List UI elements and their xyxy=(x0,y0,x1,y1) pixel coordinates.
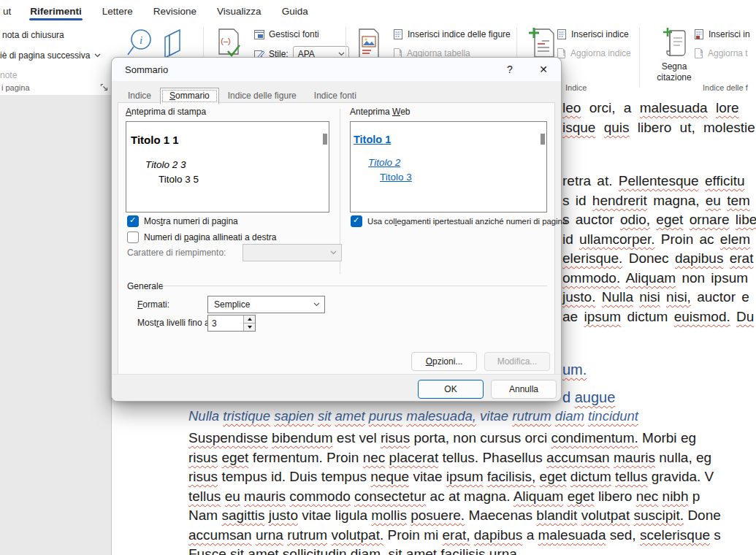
show-notes-button: note xyxy=(0,68,17,83)
text-line: s id hendrerit magna, eu tem xyxy=(562,191,756,211)
formats-label: Formati: xyxy=(137,299,169,310)
tab-indice-fonti[interactable]: Indice fonti xyxy=(305,88,365,104)
dialog-tabs: Indice Sommario Indice delle figure Indi… xyxy=(119,88,365,104)
update-authorities-icon: ! xyxy=(694,48,703,58)
insert-index-button[interactable]: Inserisci indice xyxy=(557,27,629,42)
svg-text:!: ! xyxy=(399,49,401,57)
dialog-footer: OK Annulla xyxy=(112,374,561,401)
print-preview-label: Anteprima di stampa xyxy=(126,107,206,117)
mark-citation-icon xyxy=(661,26,687,58)
document-right-column: leo orci, a malesuada loreisque quis lib… xyxy=(562,99,756,409)
spin-down-button[interactable] xyxy=(244,323,255,331)
table-of-authorities-icon xyxy=(694,29,704,39)
modify-button: Modifica... xyxy=(484,352,550,371)
print-preview-item-3: Titolo 3 5 xyxy=(159,174,329,185)
index-group-label: Indice xyxy=(565,83,587,92)
footnotes-group-label: i pagina xyxy=(1,83,30,92)
text-block: Nulla tristique sapien sit amet purus ma… xyxy=(188,406,756,426)
text-block: leo orci, a malesuada loreisque quis lib… xyxy=(562,99,756,137)
sommario-dialog: Sommario ? ✕ Indice Sommario Indice dell… xyxy=(111,57,562,402)
tab-guida[interactable]: Guida xyxy=(272,0,318,22)
use-hyperlinks-checkbox[interactable]: Usa collegamenti ipertestuali anziché nu… xyxy=(351,215,567,227)
text-line: risus eget fermentum. Proin nec placerat… xyxy=(188,448,756,468)
insert-citation-icon: (–) xyxy=(216,28,241,60)
insert-table-of-figures-button[interactable]: Inserisci indice delle figure xyxy=(393,27,511,42)
text-line: tellus eu mauris commodo consectetur ac … xyxy=(188,487,756,507)
text-line: accumsan urna rutrum volutpat. Proin mi … xyxy=(188,526,756,546)
text-line: id ullamcorper. Proin ac elem xyxy=(562,230,756,250)
text-line: ae ipsum dictum euismod. Du xyxy=(562,307,756,327)
dialog-launcher-icon[interactable] xyxy=(100,83,109,92)
scrollbar-thumb[interactable] xyxy=(541,134,545,145)
document-bottom-column: Nulla tristique sapien sit amet purus ma… xyxy=(188,406,756,555)
search-icon: i xyxy=(124,26,155,60)
next-footnote-button[interactable]: iè di pagina successiva xyxy=(0,48,101,63)
checkbox-unchecked-icon xyxy=(127,231,139,243)
scrollbar-thumb[interactable] xyxy=(323,134,327,145)
mark-citation-button[interactable]: Segna citazione xyxy=(651,26,698,83)
web-preview-label: Anteprima Web xyxy=(350,107,411,117)
web-preview-box[interactable]: Titolo 1 Titolo 2 Titolo 3 xyxy=(350,121,547,213)
authorities-group-label: Indice delle f xyxy=(703,83,748,92)
tab-revisione[interactable]: Revisione xyxy=(143,0,207,22)
dialog-titlebar[interactable]: Sommario xyxy=(112,58,561,81)
show-page-numbers-checkbox[interactable]: Mostra numeri di pagina xyxy=(127,215,238,227)
tab-layout[interactable]: ut xyxy=(0,0,20,22)
triangle-up-icon xyxy=(248,318,252,321)
table-of-figures-icon xyxy=(393,29,403,39)
svg-text:!: ! xyxy=(700,49,702,57)
print-preview-box[interactable]: Titolo 1 1 Titolo 2 3 Titolo 3 5 xyxy=(126,121,329,213)
ribbon-tab-bar: ut Riferimenti Lettere Revisione Visuali… xyxy=(0,0,756,22)
manage-sources-icon xyxy=(254,30,264,39)
update-index-button: ! Aggiorna indice xyxy=(557,46,631,61)
manage-sources-button[interactable]: Gestisci fonti xyxy=(254,27,319,42)
insert-index-icon xyxy=(527,26,557,60)
formats-dropdown[interactable]: Semplice xyxy=(207,296,325,313)
general-group-label: Generale xyxy=(127,281,163,291)
help-button[interactable]: ? xyxy=(499,60,521,79)
insert-caption-icon xyxy=(357,28,381,60)
text-line: Nulla tristique sapien sit amet purus ma… xyxy=(188,406,756,426)
text-line: Nam sagittis justo vitae ligula mollis p… xyxy=(188,506,756,526)
ok-button[interactable]: OK xyxy=(418,380,484,399)
svg-text:i: i xyxy=(140,34,142,46)
chevron-down-icon xyxy=(94,53,101,58)
tab-lettere[interactable]: Lettere xyxy=(92,0,143,22)
tab-sommario[interactable]: Sommario xyxy=(160,88,219,104)
web-preview-item-1: Titolo 1 xyxy=(354,134,546,145)
text-line: Fusce sit amet sollicitudin diam, sit am… xyxy=(188,545,756,555)
spin-up-button[interactable] xyxy=(244,315,255,323)
tab-indice[interactable]: Indice xyxy=(119,88,160,104)
cancel-button[interactable]: Annulla xyxy=(491,380,557,399)
show-levels-spinner[interactable]: 3 xyxy=(207,315,256,332)
tab-visualizza[interactable]: Visualizza xyxy=(207,0,272,22)
tab-riferimenti[interactable]: Riferimenti xyxy=(20,0,92,22)
text-line: retra at. Pellentesque efficitu xyxy=(562,172,756,191)
text-line: elerisque. Donec dapibus erat xyxy=(562,249,756,269)
text-line: leo orci, a malesuada lore xyxy=(562,99,756,118)
options-button[interactable]: Opzioni... xyxy=(411,352,477,371)
right-align-page-numbers-checkbox[interactable]: Numeri di pagina allineati a destra xyxy=(127,231,276,243)
checkbox-checked-icon xyxy=(351,215,362,227)
text-line: risus tempus id. Duis tempus neque vitae… xyxy=(188,467,756,487)
text-line: s auctor odio, eget ornare libe xyxy=(562,210,756,230)
text-line: ommodo. Aliquam non ipsum xyxy=(562,269,756,288)
svg-text:(–): (–) xyxy=(221,37,230,45)
web-preview-item-2: Titolo 2 xyxy=(368,157,546,168)
text-line: Suspendisse bibendum est vel risus porta… xyxy=(188,429,756,448)
update-authorities-button: ! Aggiorna t xyxy=(694,46,748,61)
group-line xyxy=(162,286,547,286)
text-block: retra at. Pellentesque efficitus id hend… xyxy=(562,172,756,326)
tab-leader-dropdown xyxy=(243,244,342,261)
print-preview-item-1: Titolo 1 1 xyxy=(131,134,329,146)
text-block: Suspendisse bibendum est vel risus porta… xyxy=(188,429,756,555)
print-preview-item-2: Titolo 2 3 xyxy=(145,159,329,170)
text-line: isque quis libero ut, molestie p xyxy=(562,118,756,138)
tab-indice-delle-figure[interactable]: Indice delle figure xyxy=(219,88,305,104)
close-icon[interactable]: ✕ xyxy=(532,60,554,79)
text-line: justo. Nulla nisi nisi, auctor e xyxy=(562,288,756,307)
insert-table-of-authorities-button[interactable]: Inserisci in xyxy=(694,27,750,42)
insert-index-small-icon xyxy=(557,29,567,39)
checkbox-checked-icon xyxy=(127,215,139,227)
insert-endnote-button[interactable]: nota di chiusura xyxy=(2,28,64,42)
